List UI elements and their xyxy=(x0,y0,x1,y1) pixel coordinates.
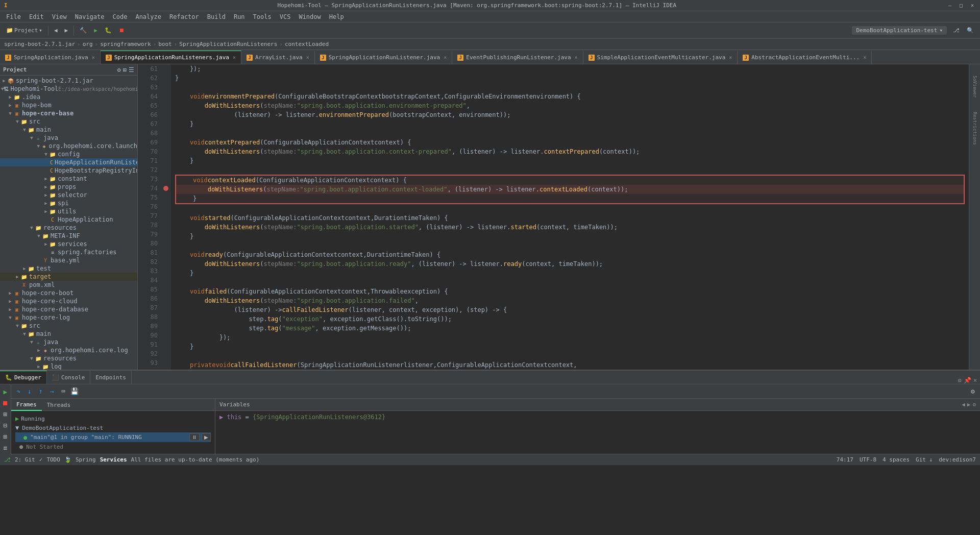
encoding-label[interactable]: UTF-8 xyxy=(860,456,876,463)
menu-item-vcs[interactable]: VCS xyxy=(276,12,295,21)
debug-toolbar-btn2[interactable]: ⊟ xyxy=(1,420,11,430)
thread-step-btn[interactable]: ▶ xyxy=(202,433,211,441)
tab-close-icon[interactable]: × xyxy=(92,55,95,60)
tree-item-log-resources[interactable]: ▼ 📁 resources xyxy=(0,354,137,362)
panel-pin-icon[interactable]: 📌 xyxy=(964,377,971,384)
tree-item-constant[interactable]: ▶ 📁 constant xyxy=(0,175,137,183)
tab-close-icon[interactable]: × xyxy=(233,55,236,60)
tree-item-log-main[interactable]: ▼ 📁 main xyxy=(0,330,137,338)
debug-toolbar-btn4[interactable]: ≡ xyxy=(1,443,11,453)
panel-close-icon[interactable]: × xyxy=(973,377,977,384)
cursor-position[interactable]: 74:17 xyxy=(837,456,853,463)
tree-item-hope-core-log[interactable]: ▼ ▣ hope-core-log xyxy=(0,313,137,322)
memory-btn[interactable]: 💾 xyxy=(69,386,80,397)
tree-item-hope-bom[interactable]: ▶ ▣ hope-bom xyxy=(0,101,137,109)
tree-item-utils[interactable]: ▶ 📁 utils xyxy=(0,207,137,215)
toolbar-nav-back[interactable]: ◀ xyxy=(51,26,61,35)
tree-item-hope-core-boot[interactable]: ▶ ▣ hope-core-boot xyxy=(0,289,137,297)
debug-toolbar-btn[interactable]: ⊞ xyxy=(1,409,11,419)
tree-item-hope-core-cloud[interactable]: ▶ ▣ hope-core-cloud xyxy=(0,297,137,305)
thread-pause-btn[interactable]: ⏸ xyxy=(189,433,200,441)
tab-endpoints[interactable]: Endpoints xyxy=(90,371,132,384)
tree-item-spring-factories[interactable]: ≡ spring.factories xyxy=(0,248,137,256)
tree-item-java[interactable]: ▼ ☕ java xyxy=(0,134,137,142)
tab-spring-application-run-listener[interactable]: J SpringApplicationRunListener.java × xyxy=(315,51,453,64)
toolbar-project[interactable]: 📁 Project ▾ xyxy=(3,26,45,35)
toolbar-run[interactable]: ▶ xyxy=(91,26,101,35)
tree-item-src[interactable]: ▼ 📁 src xyxy=(0,117,137,126)
indent-label[interactable]: 4 spaces xyxy=(883,456,910,463)
tree-item-pom-xml[interactable]: X pom.xml xyxy=(0,281,137,289)
menu-item-tools[interactable]: Tools xyxy=(249,12,276,21)
code-editor[interactable]: 61 62 63 64 65 66 67 68 69 70 71 72 73 7… xyxy=(138,64,969,370)
toolbar-build[interactable]: 🔨 xyxy=(77,26,90,35)
variables-nav-back[interactable]: ◀ xyxy=(962,401,965,408)
breadcrumb-springframework[interactable]: springframework xyxy=(100,41,151,47)
toolbar-stop[interactable]: ⏹ xyxy=(116,26,128,35)
tab-close-icon[interactable]: × xyxy=(863,55,866,60)
tree-item-log-src[interactable]: ▼ 📁 src xyxy=(0,322,137,330)
menu-item-run[interactable]: Run xyxy=(230,12,249,21)
menu-item-window[interactable]: Window xyxy=(295,12,325,21)
tree-item-log-package[interactable]: ▶ ◈ org.hopehomi.core.log xyxy=(0,346,137,354)
tree-item-selector[interactable]: ▶ 📁 selector xyxy=(0,191,137,199)
tab-abstract-app-event-multicaster[interactable]: J AbstractApplicationEventMulti... × xyxy=(738,51,872,64)
restrictions-panel-toggle[interactable]: Restrictions xyxy=(970,108,980,149)
menu-item-help[interactable]: Help xyxy=(325,12,348,21)
settings-btn[interactable]: ⚙ xyxy=(968,386,978,397)
tree-item-hopehomi-tool[interactable]: ▼ 🏗 Hopehomi-Tool E:/idea-workspace/hope… xyxy=(0,85,137,93)
tab-event-publishing-run-listener[interactable]: J EventPublishingRunListener.java × xyxy=(452,51,583,64)
tab-close-icon[interactable]: × xyxy=(306,55,309,60)
tab-close-icon[interactable]: × xyxy=(729,55,732,60)
tree-item-services[interactable]: ▶ 📁 services xyxy=(0,240,137,248)
tree-item-base-yml[interactable]: Y base.yml xyxy=(0,256,137,264)
tree-item-test[interactable]: ▶ 📁 test xyxy=(0,264,137,273)
tab-close-icon[interactable]: × xyxy=(575,55,578,60)
main-thread-item[interactable]: ● "main"@1 in group "main": RUNNING ⏸ ▶ xyxy=(15,432,211,442)
tree-item-hope-application[interactable]: C HopeApplication xyxy=(0,215,137,224)
step-over-btn[interactable]: ↷ xyxy=(13,386,23,397)
demo-boot-app[interactable]: ▼ DemoBootApplication-test xyxy=(15,423,211,432)
run-config-selector[interactable]: DemoBootApplication-test ▾ xyxy=(852,26,947,35)
tree-item-meta-inf[interactable]: ▼ 📁 META-INF xyxy=(0,232,137,240)
tree-item-spi[interactable]: ▶ 📁 spi xyxy=(0,199,137,207)
evaluate-btn[interactable]: ⌨ xyxy=(58,386,68,397)
tree-item-target[interactable]: ▶ 📁 target xyxy=(0,273,137,281)
menu-item-refactor[interactable]: Refactor xyxy=(165,12,203,21)
so-viewer-panel-toggle[interactable]: SoViewer xyxy=(970,66,980,107)
sidebar-options-icon[interactable]: ☰ xyxy=(129,66,134,74)
menu-item-build[interactable]: Build xyxy=(203,12,230,21)
maximize-button[interactable]: □ xyxy=(958,2,965,9)
breadcrumb-method[interactable]: contextLoaded xyxy=(285,41,329,47)
tab-spring-application[interactable]: J SpringApplication.java × xyxy=(0,51,101,64)
breadcrumb-boot[interactable]: boot xyxy=(158,41,172,47)
variables-settings[interactable]: ⚙ xyxy=(972,401,976,408)
search-everywhere[interactable]: 🔍 xyxy=(964,26,977,35)
tree-item-spring-boot-jar[interactable]: ▶ 📦 spring-boot-2.7.1.jar xyxy=(0,77,137,85)
tree-item-hope-app-run-listener[interactable]: C HopeApplicationRunListener xyxy=(0,158,137,166)
menu-item-navigate[interactable]: Navigate xyxy=(71,12,109,21)
tree-item-main[interactable]: ▼ 📁 main xyxy=(0,126,137,134)
tree-item-hope-core-base[interactable]: ▼ ▣ hope-core-base xyxy=(0,109,137,117)
tab-console[interactable]: ⬛ Console xyxy=(47,371,90,384)
menu-item-code[interactable]: Code xyxy=(109,12,132,21)
minimize-button[interactable]: – xyxy=(946,2,953,9)
menu-item-edit[interactable]: Edit xyxy=(25,12,48,21)
menu-item-file[interactable]: File xyxy=(2,12,25,21)
tab-frames[interactable]: Frames xyxy=(11,399,42,411)
tab-simple-app-event-multicaster[interactable]: J SimpleApplicationEventMulticaster.java… xyxy=(583,51,738,64)
services-tab-btn[interactable]: Services xyxy=(100,456,127,463)
tree-item-idea[interactable]: ▶ 📁 .idea xyxy=(0,93,137,101)
variables-nav-forward[interactable]: ▶ xyxy=(967,401,971,408)
resume-button[interactable]: ▶ xyxy=(1,386,11,397)
tree-item-resources[interactable]: ▼ 📁 resources xyxy=(0,224,137,232)
tab-close-icon[interactable]: × xyxy=(444,55,447,60)
breadcrumb-org[interactable]: org xyxy=(83,41,93,47)
tree-item-config[interactable]: ▼ 📁 config xyxy=(0,150,137,158)
tab-array-list[interactable]: J ArrayList.java × xyxy=(241,51,315,64)
menu-item-view[interactable]: View xyxy=(48,12,71,21)
code-area[interactable]: }); } void environmentPrepared(Configura… xyxy=(171,64,969,370)
tree-item-hope-bootstrap[interactable]: C HopeBootstrapRegistryInitializer xyxy=(0,166,137,175)
tree-item-hope-core-database[interactable]: ▶ ▣ hope-core-database xyxy=(0,305,137,313)
menu-item-analyze[interactable]: Analyze xyxy=(131,12,165,21)
